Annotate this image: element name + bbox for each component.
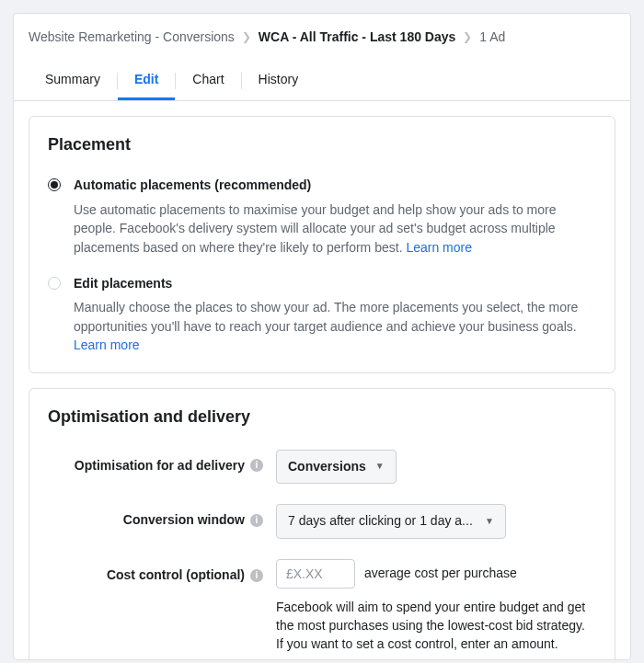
row-conversion-window: Conversion window i 7 days after clickin… bbox=[48, 504, 596, 539]
label-ad-delivery-text: Optimisation for ad delivery bbox=[75, 457, 245, 475]
learn-more-link[interactable]: Learn more bbox=[406, 240, 472, 255]
breadcrumb: Website Remarketing - Conversions ❯ WCA … bbox=[14, 14, 630, 47]
label-cost-control-text: Cost control (optional) bbox=[107, 566, 245, 585]
tab-summary[interactable]: Summary bbox=[29, 63, 117, 101]
placement-title: Placement bbox=[48, 133, 596, 156]
label-conversion-window-text: Conversion window bbox=[123, 511, 245, 530]
chevron-right-icon: ❯ bbox=[240, 29, 253, 45]
radio-edit[interactable] bbox=[48, 277, 61, 290]
radio-auto-desc-text: Use automatic placements to maximise you… bbox=[74, 202, 557, 255]
radio-body: Edit placements Manually choose the plac… bbox=[74, 275, 596, 354]
radio-edit-desc: Manually choose the places to show your … bbox=[74, 298, 596, 354]
optimisation-title: Optimisation and delivery bbox=[48, 406, 596, 429]
cost-control-input[interactable] bbox=[276, 559, 355, 589]
breadcrumb-adset[interactable]: WCA - All Traffic - Last 180 Days bbox=[259, 29, 455, 47]
breadcrumb-campaign[interactable]: Website Remarketing - Conversions bbox=[29, 29, 235, 47]
select-ad-delivery-value: Conversions bbox=[288, 458, 366, 476]
row-cost-control: Cost control (optional) i average cost p… bbox=[48, 559, 596, 654]
info-icon[interactable]: i bbox=[250, 459, 263, 472]
breadcrumb-ad[interactable]: 1 Ad bbox=[479, 29, 505, 47]
radio-auto-label: Automatic placements (recommended) bbox=[74, 177, 596, 195]
control-conversion-window: 7 days after clicking or 1 day a... ▼ bbox=[276, 504, 596, 539]
label-conversion-window: Conversion window i bbox=[48, 504, 276, 530]
label-cost-control: Cost control (optional) i bbox=[48, 559, 276, 585]
radio-edit-label: Edit placements bbox=[74, 275, 596, 293]
optimisation-card: Optimisation and delivery Optimisation f… bbox=[29, 388, 615, 658]
cost-control-helper: Facebook will aim to spend your entire b… bbox=[276, 598, 589, 654]
radio-auto-desc: Use automatic placements to maximise you… bbox=[74, 200, 596, 257]
tab-edit[interactable]: Edit bbox=[118, 63, 175, 101]
select-conversion-window[interactable]: 7 days after clicking or 1 day a... ▼ bbox=[276, 504, 506, 539]
label-ad-delivery: Optimisation for ad delivery i bbox=[48, 450, 276, 475]
tab-chart[interactable]: Chart bbox=[176, 63, 240, 101]
placement-card: Placement Automatic placements (recommen… bbox=[29, 116, 615, 373]
control-ad-delivery: Conversions ▼ bbox=[276, 450, 596, 485]
info-icon[interactable]: i bbox=[250, 514, 263, 527]
cost-control-suffix: average cost per purchase bbox=[364, 565, 517, 583]
info-icon[interactable]: i bbox=[250, 569, 263, 582]
row-ad-delivery: Optimisation for ad delivery i Conversio… bbox=[48, 450, 596, 485]
tab-history[interactable]: History bbox=[242, 63, 316, 101]
chevron-down-icon: ▼ bbox=[485, 515, 494, 528]
radio-edit-desc-text: Manually choose the places to show your … bbox=[74, 300, 578, 333]
select-ad-delivery[interactable]: Conversions ▼ bbox=[276, 450, 397, 485]
learn-more-link[interactable]: Learn more bbox=[74, 337, 140, 352]
chevron-right-icon: ❯ bbox=[461, 29, 474, 45]
select-conversion-window-value: 7 days after clicking or 1 day a... bbox=[288, 512, 473, 531]
placement-option-edit[interactable]: Edit placements Manually choose the plac… bbox=[48, 275, 596, 354]
control-cost-control: average cost per purchase Facebook will … bbox=[276, 559, 596, 654]
chevron-down-icon: ▼ bbox=[375, 460, 385, 473]
editor-panel: Website Remarketing - Conversions ❯ WCA … bbox=[13, 13, 631, 660]
placement-option-auto[interactable]: Automatic placements (recommended) Use a… bbox=[48, 177, 596, 256]
radio-auto[interactable] bbox=[48, 178, 61, 191]
tab-bar: Summary Edit Chart History bbox=[14, 47, 630, 102]
radio-body: Automatic placements (recommended) Use a… bbox=[74, 177, 596, 256]
